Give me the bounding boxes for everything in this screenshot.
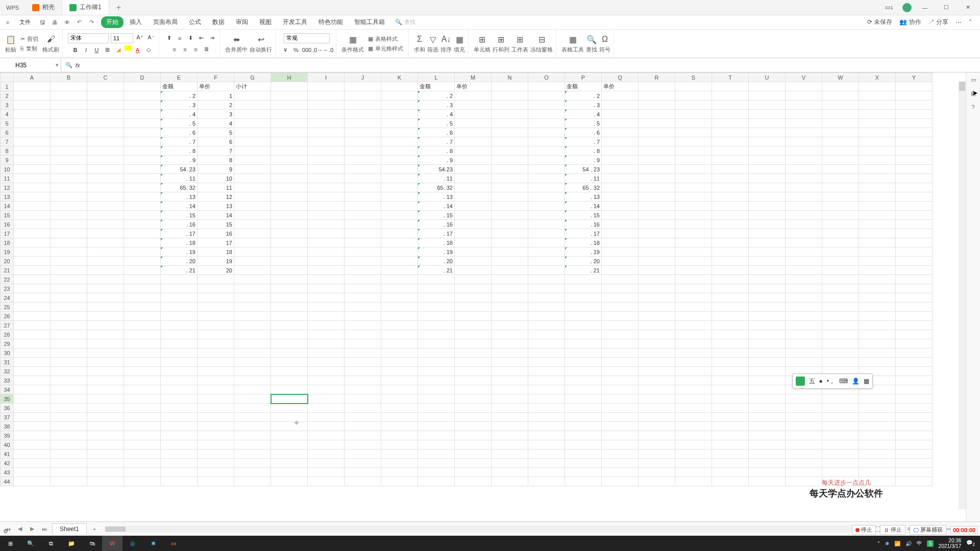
cell[interactable]	[859, 257, 896, 266]
indent-inc-icon[interactable]: ⇥	[207, 34, 216, 43]
col-header[interactable]: G	[234, 73, 271, 82]
cell[interactable]	[308, 339, 345, 348]
cell[interactable]	[786, 192, 822, 202]
cell[interactable]	[565, 376, 602, 385]
cell[interactable]	[87, 284, 124, 293]
cell[interactable]	[51, 275, 87, 284]
cell[interactable]: . 9	[418, 156, 455, 165]
cell[interactable]	[639, 137, 675, 146]
cell[interactable]	[675, 330, 712, 339]
cell[interactable]	[51, 468, 87, 477]
cell[interactable]	[822, 394, 859, 404]
cell[interactable]	[124, 146, 161, 156]
cell[interactable]	[161, 312, 198, 321]
cell[interactable]	[51, 404, 87, 413]
cell[interactable]	[124, 312, 161, 321]
dec-inc-icon[interactable]: .0→	[313, 45, 322, 55]
cell[interactable]	[124, 440, 161, 449]
cell[interactable]	[675, 367, 712, 376]
cell[interactable]	[675, 468, 712, 477]
align-bot-icon[interactable]: ⬇	[186, 34, 195, 43]
rec-pause-button[interactable]: ⏸停止	[880, 525, 905, 535]
cell[interactable]	[455, 312, 492, 321]
cell[interactable]	[234, 477, 271, 486]
ime-floating-bar[interactable]: 五 ● •， ⌨ 👤 ▦	[792, 373, 873, 389]
cell[interactable]	[14, 220, 51, 229]
cell[interactable]	[822, 128, 859, 137]
cell[interactable]	[712, 339, 749, 348]
cell[interactable]	[161, 284, 198, 293]
cell[interactable]	[565, 284, 602, 293]
cell[interactable]	[455, 101, 492, 110]
col-header[interactable]: N	[492, 73, 528, 82]
cell[interactable]	[455, 339, 492, 348]
cell[interactable]	[455, 202, 492, 211]
tray-notification-icon[interactable]: 💬2	[966, 540, 975, 547]
cell[interactable]	[308, 146, 345, 156]
worksheet-button[interactable]: ⊞工作表	[511, 34, 528, 54]
cell[interactable]	[492, 247, 528, 257]
cell[interactable]	[786, 449, 822, 459]
cell[interactable]	[455, 330, 492, 339]
cell[interactable]	[749, 101, 786, 110]
cell[interactable]	[87, 91, 124, 101]
wps-label[interactable]: WPS	[0, 0, 25, 15]
cell[interactable]	[528, 146, 565, 156]
cell[interactable]: 54 . 23	[565, 165, 602, 174]
cell[interactable]	[602, 385, 639, 394]
cell[interactable]	[381, 156, 418, 165]
cell[interactable]	[381, 303, 418, 312]
cell[interactable]	[381, 202, 418, 211]
cell[interactable]	[14, 257, 51, 266]
cell[interactable]	[14, 238, 51, 247]
cell[interactable]	[455, 119, 492, 128]
find-button[interactable]: 🔍查找	[586, 34, 597, 54]
cell[interactable]	[822, 165, 859, 174]
cell[interactable]	[786, 146, 822, 156]
cell[interactable]	[896, 385, 933, 394]
cell[interactable]	[602, 422, 639, 431]
cell[interactable]	[161, 330, 198, 339]
cell[interactable]	[271, 211, 308, 220]
cell[interactable]	[418, 376, 455, 385]
cell[interactable]	[492, 128, 528, 137]
cell[interactable]	[51, 183, 87, 192]
cell[interactable]	[198, 468, 234, 477]
cell[interactable]	[639, 440, 675, 449]
cell[interactable]	[418, 413, 455, 422]
col-header[interactable]: U	[749, 73, 786, 82]
cell[interactable]	[198, 431, 234, 440]
cell[interactable]	[492, 339, 528, 348]
cell[interactable]	[528, 128, 565, 137]
cell[interactable]: . 15	[565, 211, 602, 220]
cell[interactable]	[528, 468, 565, 477]
cell[interactable]	[675, 82, 712, 91]
row-header[interactable]: 26	[1, 312, 14, 321]
preview-icon[interactable]: 👁	[62, 18, 71, 27]
cell[interactable]	[565, 348, 602, 358]
cell[interactable]	[455, 183, 492, 192]
cell[interactable]	[528, 156, 565, 165]
cell[interactable]	[308, 459, 345, 468]
cell[interactable]	[124, 275, 161, 284]
cell[interactable]	[87, 404, 124, 413]
status-settings-icon[interactable]: ⚙	[3, 528, 8, 535]
cell[interactable]	[418, 303, 455, 312]
sheet-nav-prev[interactable]: ◀	[15, 525, 24, 532]
cell[interactable]	[124, 422, 161, 431]
cell[interactable]	[749, 468, 786, 477]
cell[interactable]	[528, 275, 565, 284]
cell[interactable]	[271, 339, 308, 348]
cell[interactable]	[161, 348, 198, 358]
cell[interactable]	[381, 468, 418, 477]
cell[interactable]	[51, 394, 87, 404]
cell[interactable]	[602, 468, 639, 477]
cell[interactable]	[455, 477, 492, 486]
cell[interactable]	[602, 146, 639, 156]
cell[interactable]	[749, 284, 786, 293]
cell[interactable]	[786, 275, 822, 284]
cell[interactable]	[14, 137, 51, 146]
cell[interactable]	[859, 128, 896, 137]
number-format-select[interactable]	[284, 33, 330, 43]
cell[interactable]	[639, 303, 675, 312]
